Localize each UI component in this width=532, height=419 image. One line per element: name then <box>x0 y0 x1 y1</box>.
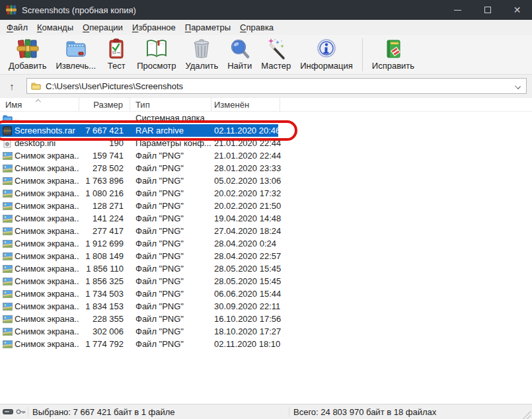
maximize-button[interactable] <box>473 0 502 20</box>
file-row[interactable]: Снимок экрана... 1 834 153 Файл "PNG" 30… <box>0 300 532 313</box>
file-modified: 27.04.2020 18:24 <box>211 226 280 236</box>
delete-trash-icon <box>190 38 213 60</box>
file-row[interactable]: Снимок экрана... 1 774 792 Файл "PNG" 02… <box>0 338 532 350</box>
wizard-button[interactable]: Мастер <box>256 38 295 71</box>
extract-button[interactable]: Извлечь... <box>51 38 100 71</box>
info-label: Информация <box>300 61 353 71</box>
close-button[interactable]: ✕ <box>502 0 532 20</box>
file-size: 1 080 216 <box>79 188 130 198</box>
file-row[interactable]: .. Системная папка <box>0 112 532 124</box>
menu-item-operations[interactable]: Операции <box>78 21 128 34</box>
file-row[interactable]: Снимок экрана... 1 912 699 Файл "PNG" 28… <box>0 237 532 250</box>
delete-button[interactable]: Удалить <box>181 38 223 71</box>
file-size: 141 224 <box>79 213 130 223</box>
folder-icon <box>31 82 41 90</box>
column-header-name[interactable]: Имя <box>0 98 79 111</box>
file-row[interactable]: Снимок экрана... 128 271 Файл "PNG" 20.0… <box>0 200 532 212</box>
png-image-icon <box>3 278 13 286</box>
file-modified: 19.04.2020 14:48 <box>211 213 280 223</box>
file-name: Снимок экрана... <box>15 251 79 261</box>
file-name: Снимок экрана... <box>15 339 79 349</box>
wizard-label: Мастер <box>261 61 291 71</box>
file-type: Системная папка <box>130 113 211 123</box>
menu-item-help[interactable]: Справка <box>235 21 278 34</box>
view-button[interactable]: Просмотр <box>132 38 180 71</box>
winrar-window: Screenshots (пробная копия) ✕ Файл Коман… <box>0 0 532 419</box>
file-type: Параметры конф... <box>130 138 211 148</box>
file-name: Screenshots.rar <box>15 126 79 135</box>
file-modified: 06.06.2020 15:44 <box>211 289 280 299</box>
file-type: RAR archive <box>130 126 211 135</box>
up-button[interactable]: ↑ <box>3 78 21 94</box>
file-row[interactable]: Снимок экрана... 228 355 Файл "PNG" 16.1… <box>0 313 532 325</box>
file-size: 190 <box>79 138 130 148</box>
file-row[interactable]: Снимок экрана... 277 417 Файл "PNG" 27.0… <box>0 225 532 237</box>
file-type: Файл "PNG" <box>130 301 211 311</box>
test-button[interactable]: Тест <box>100 38 132 71</box>
file-type: Файл "PNG" <box>130 226 211 236</box>
file-type: Файл "PNG" <box>130 213 211 223</box>
file-name: desktop.ini <box>15 138 79 148</box>
find-button[interactable]: Найти <box>223 38 256 71</box>
file-modified: 02.11.2020 18:10 <box>211 339 280 349</box>
file-type: Файл "PNG" <box>130 251 211 261</box>
menu-item-file[interactable]: Файл <box>2 21 32 34</box>
file-row[interactable]: Снимок экрана... 1 734 503 Файл "PNG" 06… <box>0 287 532 300</box>
repair-button[interactable]: Исправить <box>367 38 419 71</box>
file-row[interactable]: Снимок экрана... 159 741 Файл "PNG" 21.0… <box>0 149 532 162</box>
file-type: Файл "PNG" <box>130 314 211 324</box>
menu-item-commands[interactable]: Команды <box>32 21 78 34</box>
test-clipboard-icon <box>105 38 128 60</box>
column-header-size[interactable]: Размер <box>79 98 130 111</box>
file-modified: 28.04.2020 0:24 <box>211 239 280 248</box>
delete-label: Удалить <box>186 61 219 71</box>
file-size: 1 763 896 <box>79 176 130 186</box>
file-size: 1 912 699 <box>79 239 130 248</box>
rar-archive-icon <box>3 126 12 135</box>
column-header-modified[interactable]: Изменён <box>211 98 280 111</box>
find-magnifier-icon <box>229 38 251 60</box>
file-row[interactable]: Снимок экрана... 1 856 325 Файл "PNG" 28… <box>0 275 532 287</box>
menu-item-options[interactable]: Параметры <box>180 21 235 34</box>
file-row[interactable]: Снимок экрана... 1 763 896 Файл "PNG" 05… <box>0 174 532 187</box>
file-row[interactable]: desktop.ini 190 Параметры конф... 21.01.… <box>0 137 532 149</box>
file-size: 7 667 421 <box>79 126 130 135</box>
file-row[interactable]: Снимок экрана... 141 224 Файл "PNG" 19.0… <box>0 212 532 225</box>
add-button[interactable]: Добавить <box>4 38 51 71</box>
minimize-button[interactable] <box>443 0 473 20</box>
menu-item-favorites[interactable]: Избранное <box>128 21 180 34</box>
file-row[interactable]: Снимок экрана... 1 080 216 Файл "PNG" 20… <box>0 187 532 200</box>
file-name: Снимок экрана... <box>15 301 79 311</box>
file-size: 1 856 325 <box>79 276 130 286</box>
file-type: Файл "PNG" <box>130 176 211 186</box>
parent-folder-icon <box>3 114 13 122</box>
file-name: Снимок экрана... <box>15 201 79 211</box>
file-modified: 28.01.2020 23:33 <box>211 163 280 173</box>
test-label: Тест <box>108 61 126 71</box>
png-image-icon <box>3 303 13 311</box>
file-size: 159 741 <box>79 151 130 161</box>
resize-grip[interactable] <box>523 411 531 419</box>
file-row[interactable]: Screenshots.rar 7 667 421 RAR archive 02… <box>0 124 532 137</box>
file-size: 1 734 503 <box>79 289 130 299</box>
column-header-type[interactable]: Тип <box>130 98 211 111</box>
toolbar: Добавить Извлечь... Тест <box>0 35 532 75</box>
file-row[interactable]: Снимок экрана... 302 006 Файл "PNG" 18.1… <box>0 325 532 338</box>
file-row[interactable]: Снимок экрана... 278 502 Файл "PNG" 28.0… <box>0 162 532 174</box>
file-row[interactable]: Снимок экрана... 1 808 149 Файл "PNG" 28… <box>0 250 532 262</box>
winrar-logo-icon <box>6 5 17 15</box>
chevron-down-icon[interactable] <box>515 83 521 89</box>
key-icon[interactable] <box>16 408 26 415</box>
title-bar: Screenshots (пробная копия) ✕ <box>0 0 532 20</box>
maximize-icon <box>484 7 491 13</box>
file-modified: 16.10.2020 17:56 <box>211 314 280 324</box>
png-image-icon <box>3 340 13 348</box>
file-modified: 28.04.2020 22:57 <box>211 251 280 261</box>
address-combobox[interactable]: C:\Users\User\Pictures\Screenshots <box>26 78 527 94</box>
file-row[interactable]: Снимок экрана... 1 856 110 Файл "PNG" 28… <box>0 262 532 275</box>
drive-icon[interactable] <box>3 408 13 415</box>
file-type: Файл "PNG" <box>130 163 211 173</box>
view-book-icon <box>145 38 168 60</box>
file-modified: 28.05.2020 15:45 <box>211 264 280 274</box>
info-button[interactable]: Информация <box>295 38 358 71</box>
